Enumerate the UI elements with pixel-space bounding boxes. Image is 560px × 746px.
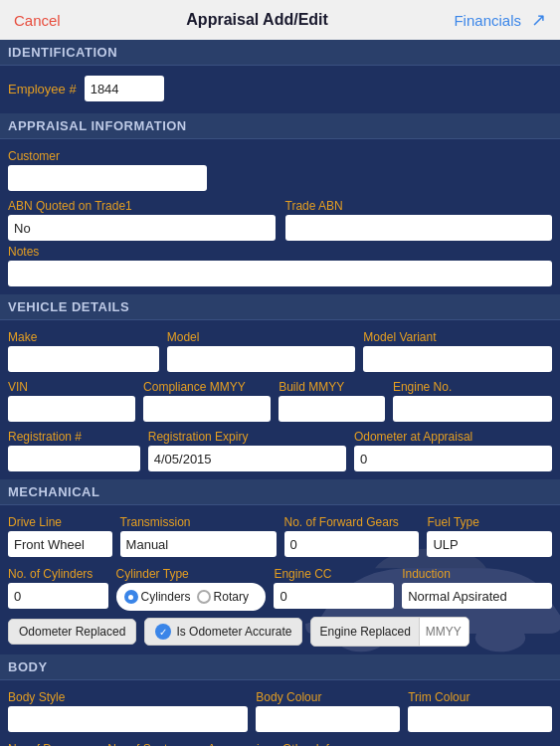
reg-expiry-label: Registration Expiry [148, 430, 346, 444]
transmission-label: Transmission [120, 515, 277, 529]
rotary-radio-label: Rotary [214, 590, 249, 604]
mechanical-section: Drive Line Transmission No. of Forward G… [0, 505, 560, 654]
cylinders-radio-circle [124, 590, 138, 604]
fuel-label: Fuel Type [427, 515, 552, 529]
share-icon[interactable]: ↗︎ [531, 9, 546, 31]
model-label: Model [167, 330, 356, 344]
customer-input[interactable] [8, 165, 207, 191]
induction-label: Induction [402, 567, 552, 581]
induction-input[interactable] [402, 583, 552, 609]
body-style-input[interactable] [8, 706, 248, 732]
build-label: Build MMYY [279, 380, 385, 394]
body-header: BODY [0, 654, 560, 680]
make-label: Make [8, 330, 159, 344]
nav-right-actions: Financials ↗︎ [454, 9, 546, 31]
mechanical-header: MECHANICAL [0, 479, 560, 505]
registration-label: Registration # [8, 430, 140, 444]
build-input[interactable] [279, 396, 385, 422]
vehicle-details-section: Make Model Model Variant VIN Compliance … [0, 320, 560, 479]
cyl-type-label: Cylinder Type [116, 567, 267, 581]
identification-header: IDENTIFICATION [0, 40, 560, 66]
odometer-replaced-button[interactable]: Odometer Replaced [8, 619, 136, 645]
trim-colour-label: Trim Colour [408, 690, 552, 704]
fwd-gears-input[interactable] [284, 531, 420, 557]
appraisal-info-section: Customer ABN Quoted on Trade1 Trade ABN … [0, 139, 560, 294]
driveline-label: Drive Line [8, 515, 112, 529]
rotary-radio-circle [197, 590, 211, 604]
vehicle-details-header: VEHICLE DETAILS [0, 294, 560, 320]
trim-colour-input[interactable] [408, 706, 552, 732]
registration-input[interactable] [8, 446, 140, 471]
cylinders-radio-label: Cylinders [141, 590, 191, 604]
is-odo-accurate-label: Is Odometer Accurate [176, 625, 291, 639]
appraisal-info-header: APPRAISAL INFORMATION [0, 113, 560, 139]
engine-replaced-input[interactable] [419, 618, 468, 646]
employee-input[interactable] [85, 76, 164, 101]
body-style-label: Body Style [8, 690, 248, 704]
rotary-radio-option[interactable]: Rotary [197, 590, 249, 604]
body-section: Body Style Body Colour Trim Colour No. o… [0, 680, 560, 746]
page-title: Appraisal Add/Edit [186, 11, 328, 29]
customer-label: Customer [8, 149, 552, 163]
odometer-label: Odometer at Appraisal [354, 430, 552, 444]
trade-abn-input[interactable] [285, 215, 553, 241]
engine-no-label: Engine No. [393, 380, 552, 394]
trade-abn-label: Trade ABN [285, 199, 553, 213]
employee-label: Employee # [8, 82, 77, 96]
cylinders-label: No. of Cylinders [8, 567, 108, 581]
abn-quoted-input[interactable] [8, 215, 276, 241]
transmission-input[interactable] [120, 531, 277, 557]
odometer-input[interactable] [354, 446, 552, 471]
cylinder-type-radio-group: Cylinders Rotary [116, 583, 267, 611]
engine-cc-input[interactable] [274, 583, 394, 609]
body-colour-input[interactable] [256, 706, 400, 732]
model-input[interactable] [167, 346, 356, 372]
engine-replaced-group: Engine Replaced [310, 617, 468, 647]
fwd-gears-label: No. of Forward Gears [284, 515, 420, 529]
top-nav: Cancel Appraisal Add/Edit Financials ↗︎ [0, 0, 560, 40]
doors-label: No. of Doors [8, 742, 99, 746]
reg-expiry-input[interactable] [148, 446, 346, 471]
variant-input[interactable] [363, 346, 552, 372]
accessories-label: Accessories - Other Info [208, 742, 552, 746]
compliance-input[interactable] [143, 396, 271, 422]
compliance-label: Compliance MMYY [143, 380, 271, 394]
cancel-button[interactable]: Cancel [14, 12, 61, 29]
driveline-input[interactable] [8, 531, 112, 557]
fuel-input[interactable] [427, 531, 552, 557]
engine-replaced-label: Engine Replaced [311, 620, 418, 644]
vin-label: VIN [8, 380, 135, 394]
financials-button[interactable]: Financials [454, 12, 521, 29]
seats-label: No. of Seats [107, 742, 199, 746]
notes-label: Notes [8, 245, 552, 259]
is-odometer-accurate-button[interactable]: ✓ Is Odometer Accurate [144, 618, 302, 646]
check-circle-icon: ✓ [155, 624, 171, 640]
cylinders-radio-option[interactable]: Cylinders [124, 590, 191, 604]
variant-label: Model Variant [363, 330, 552, 344]
identification-section: Employee # [0, 66, 560, 113]
notes-input[interactable] [8, 261, 552, 286]
cylinders-input[interactable] [8, 583, 108, 609]
engine-cc-label: Engine CC [274, 567, 394, 581]
make-input[interactable] [8, 346, 159, 372]
body-colour-label: Body Colour [256, 690, 400, 704]
engine-no-input[interactable] [393, 396, 552, 422]
vin-input[interactable] [8, 396, 135, 422]
abn-quoted-label: ABN Quoted on Trade1 [8, 199, 276, 213]
